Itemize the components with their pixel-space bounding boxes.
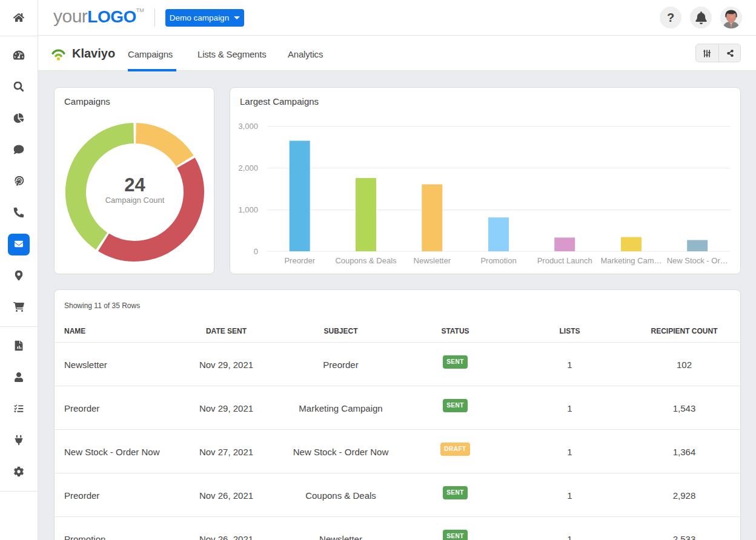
svg-text:0: 0 [254, 247, 258, 256]
svg-text:Product Launch: Product Launch [537, 256, 592, 265]
svg-text:New Stock - Or…: New Stock - Or… [667, 256, 728, 265]
svg-text:Coupons & Deals: Coupons & Deals [335, 256, 397, 265]
svg-text:Newsletter: Newsletter [414, 256, 451, 265]
svg-text:1,000: 1,000 [238, 205, 258, 214]
svg-text:Promotion: Promotion [480, 256, 516, 265]
svg-text:Marketing Cam…: Marketing Cam… [600, 256, 662, 265]
svg-text:Preorder: Preorder [284, 256, 315, 265]
svg-text:2,000: 2,000 [238, 163, 258, 173]
svg-text:3,000: 3,000 [238, 122, 258, 131]
